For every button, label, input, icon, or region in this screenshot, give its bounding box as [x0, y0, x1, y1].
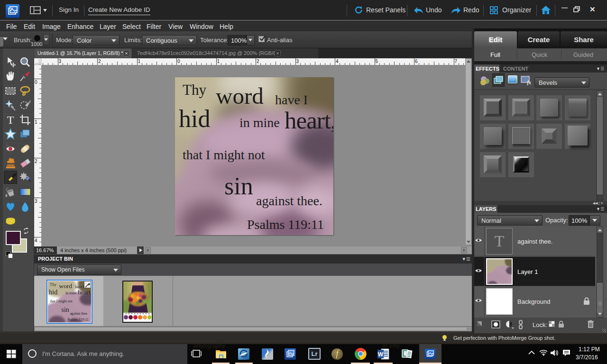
svg-text:W: W	[378, 351, 384, 358]
svg-text:T: T	[7, 114, 14, 126]
svg-text:fx: fx	[527, 79, 531, 85]
